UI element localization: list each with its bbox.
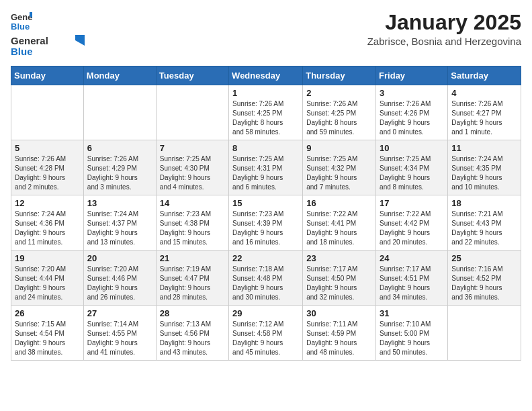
day-number: 14: [160, 198, 225, 208]
calendar-day-cell: 7Sunrise: 7:25 AM Sunset: 4:30 PM Daylig…: [156, 140, 228, 195]
day-number: 11: [451, 143, 517, 153]
day-info: Sunrise: 7:17 AM Sunset: 4:51 PM Dayligh…: [380, 265, 444, 302]
day-info: Sunrise: 7:17 AM Sunset: 4:50 PM Dayligh…: [306, 265, 372, 302]
title-block: January 2025 Zabrisce, Bosnia and Herzeg…: [367, 11, 521, 47]
day-number: 12: [15, 198, 80, 208]
weekday-header: Thursday: [303, 66, 376, 85]
calendar-day-cell: 3Sunrise: 7:26 AM Sunset: 4:26 PM Daylig…: [376, 85, 448, 140]
svg-text:Blue: Blue: [11, 21, 30, 32]
calendar-day-cell: 6Sunrise: 7:26 AM Sunset: 4:29 PM Daylig…: [83, 140, 156, 195]
day-info: Sunrise: 7:14 AM Sunset: 4:55 PM Dayligh…: [87, 320, 152, 357]
calendar-day-cell: 16Sunrise: 7:22 AM Sunset: 4:41 PM Dayli…: [303, 195, 376, 250]
day-number: 15: [232, 198, 299, 208]
calendar-day-cell: 10Sunrise: 7:25 AM Sunset: 4:34 PM Dayli…: [376, 140, 448, 195]
day-number: 21: [160, 253, 225, 263]
logo-svg: General Blue: [11, 34, 85, 58]
day-info: Sunrise: 7:21 AM Sunset: 4:43 PM Dayligh…: [451, 210, 517, 247]
logo-icon: General Blue: [11, 11, 32, 32]
day-number: 1: [232, 88, 299, 98]
day-info: Sunrise: 7:22 AM Sunset: 4:42 PM Dayligh…: [380, 210, 444, 247]
day-number: 22: [232, 253, 299, 263]
calendar-day-cell: 28Sunrise: 7:13 AM Sunset: 4:56 PM Dayli…: [156, 306, 228, 361]
calendar-day-cell: 30Sunrise: 7:11 AM Sunset: 4:59 PM Dayli…: [303, 306, 376, 361]
day-number: 17: [380, 198, 444, 208]
day-info: Sunrise: 7:18 AM Sunset: 4:48 PM Dayligh…: [232, 265, 299, 302]
day-info: Sunrise: 7:13 AM Sunset: 4:56 PM Dayligh…: [160, 320, 225, 357]
day-info: Sunrise: 7:20 AM Sunset: 4:46 PM Dayligh…: [87, 265, 152, 302]
calendar-week-row: 26Sunrise: 7:15 AM Sunset: 4:54 PM Dayli…: [11, 306, 521, 361]
calendar-day-cell: 12Sunrise: 7:24 AM Sunset: 4:36 PM Dayli…: [11, 195, 84, 250]
calendar-week-row: 12Sunrise: 7:24 AM Sunset: 4:36 PM Dayli…: [11, 195, 521, 250]
day-number: 2: [306, 88, 372, 98]
calendar-header-row: SundayMondayTuesdayWednesdayThursdayFrid…: [11, 66, 521, 85]
calendar-day-cell: 13Sunrise: 7:24 AM Sunset: 4:37 PM Dayli…: [83, 195, 156, 250]
day-number: 23: [306, 253, 372, 263]
day-number: 26: [15, 308, 80, 318]
calendar-day-cell: 8Sunrise: 7:25 AM Sunset: 4:31 PM Daylig…: [229, 140, 303, 195]
calendar-day-cell: 27Sunrise: 7:14 AM Sunset: 4:55 PM Dayli…: [83, 306, 156, 361]
day-number: 31: [380, 308, 444, 318]
page-header: General Blue General Blue January 2025 Z…: [11, 11, 521, 58]
calendar-day-cell: [83, 85, 156, 140]
calendar-day-cell: 5Sunrise: 7:26 AM Sunset: 4:28 PM Daylig…: [11, 140, 84, 195]
calendar-table: SundayMondayTuesdayWednesdayThursdayFrid…: [11, 66, 521, 361]
day-number: 3: [380, 88, 444, 98]
calendar-day-cell: 22Sunrise: 7:18 AM Sunset: 4:48 PM Dayli…: [229, 250, 303, 306]
location-title: Zabrisce, Bosnia and Herzegovina: [367, 36, 521, 47]
day-number: 6: [87, 143, 152, 153]
calendar-day-cell: 24Sunrise: 7:17 AM Sunset: 4:51 PM Dayli…: [376, 250, 448, 306]
calendar-day-cell: 29Sunrise: 7:12 AM Sunset: 4:58 PM Dayli…: [229, 306, 303, 361]
calendar-day-cell: 19Sunrise: 7:20 AM Sunset: 4:44 PM Dayli…: [11, 250, 84, 306]
day-info: Sunrise: 7:26 AM Sunset: 4:25 PM Dayligh…: [306, 99, 372, 137]
month-title: January 2025: [367, 11, 521, 34]
calendar-day-cell: 25Sunrise: 7:16 AM Sunset: 4:52 PM Dayli…: [448, 250, 521, 306]
calendar-day-cell: 4Sunrise: 7:26 AM Sunset: 4:27 PM Daylig…: [448, 85, 521, 140]
day-info: Sunrise: 7:11 AM Sunset: 4:59 PM Dayligh…: [306, 320, 372, 357]
day-info: Sunrise: 7:25 AM Sunset: 4:31 PM Dayligh…: [232, 154, 299, 192]
day-info: Sunrise: 7:16 AM Sunset: 4:52 PM Dayligh…: [451, 265, 517, 302]
day-number: 19: [15, 253, 80, 263]
calendar-day-cell: 14Sunrise: 7:23 AM Sunset: 4:38 PM Dayli…: [156, 195, 228, 250]
day-info: Sunrise: 7:24 AM Sunset: 4:35 PM Dayligh…: [451, 154, 517, 192]
calendar-day-cell: 23Sunrise: 7:17 AM Sunset: 4:50 PM Dayli…: [303, 250, 376, 306]
day-number: 13: [87, 198, 152, 208]
svg-marker-5: [75, 35, 85, 46]
calendar-day-cell: [156, 85, 228, 140]
day-number: 9: [306, 143, 372, 153]
calendar-day-cell: [448, 306, 521, 361]
calendar-day-cell: 15Sunrise: 7:23 AM Sunset: 4:39 PM Dayli…: [229, 195, 303, 250]
calendar-day-cell: 9Sunrise: 7:25 AM Sunset: 4:32 PM Daylig…: [303, 140, 376, 195]
day-number: 10: [380, 143, 444, 153]
svg-text:General: General: [11, 35, 48, 46]
day-info: Sunrise: 7:10 AM Sunset: 5:00 PM Dayligh…: [380, 320, 444, 357]
day-info: Sunrise: 7:19 AM Sunset: 4:47 PM Dayligh…: [160, 265, 225, 302]
calendar-day-cell: 31Sunrise: 7:10 AM Sunset: 5:00 PM Dayli…: [376, 306, 448, 361]
svg-text:General: General: [11, 12, 32, 22]
day-number: 7: [160, 143, 225, 153]
day-info: Sunrise: 7:26 AM Sunset: 4:27 PM Dayligh…: [451, 99, 517, 137]
weekday-header: Sunday: [11, 66, 84, 85]
day-info: Sunrise: 7:26 AM Sunset: 4:25 PM Dayligh…: [232, 99, 299, 137]
day-number: 5: [15, 143, 80, 153]
day-info: Sunrise: 7:26 AM Sunset: 4:26 PM Dayligh…: [380, 99, 444, 137]
weekday-header: Wednesday: [229, 66, 303, 85]
day-number: 4: [451, 88, 517, 98]
day-info: Sunrise: 7:12 AM Sunset: 4:58 PM Dayligh…: [232, 320, 299, 357]
weekday-header: Saturday: [448, 66, 521, 85]
day-info: Sunrise: 7:15 AM Sunset: 4:54 PM Dayligh…: [15, 320, 80, 357]
day-info: Sunrise: 7:23 AM Sunset: 4:39 PM Dayligh…: [232, 210, 299, 247]
logo: General Blue General Blue: [11, 11, 85, 58]
weekday-header: Monday: [83, 66, 156, 85]
weekday-header: Friday: [376, 66, 448, 85]
day-number: 25: [451, 253, 517, 263]
calendar-day-cell: 26Sunrise: 7:15 AM Sunset: 4:54 PM Dayli…: [11, 306, 84, 361]
calendar-day-cell: 1Sunrise: 7:26 AM Sunset: 4:25 PM Daylig…: [229, 85, 303, 140]
day-number: 27: [87, 308, 152, 318]
day-info: Sunrise: 7:26 AM Sunset: 4:28 PM Dayligh…: [15, 154, 80, 192]
calendar-day-cell: 11Sunrise: 7:24 AM Sunset: 4:35 PM Dayli…: [448, 140, 521, 195]
day-number: 16: [306, 198, 372, 208]
day-info: Sunrise: 7:22 AM Sunset: 4:41 PM Dayligh…: [306, 210, 372, 247]
day-number: 20: [87, 253, 152, 263]
calendar-day-cell: 2Sunrise: 7:26 AM Sunset: 4:25 PM Daylig…: [303, 85, 376, 140]
calendar-day-cell: 18Sunrise: 7:21 AM Sunset: 4:43 PM Dayli…: [448, 195, 521, 250]
